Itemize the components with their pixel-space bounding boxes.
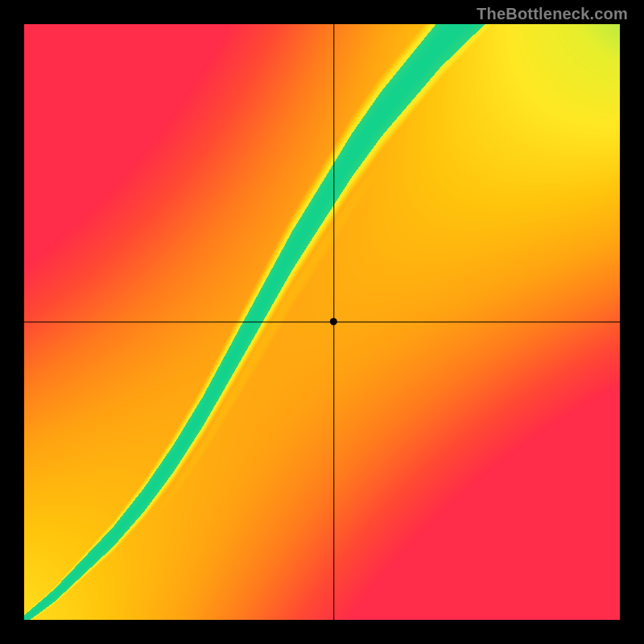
bottleneck-heatmap — [24, 24, 620, 620]
chart-frame: TheBottleneck.com — [0, 0, 644, 644]
watermark-text: TheBottleneck.com — [477, 5, 628, 23]
